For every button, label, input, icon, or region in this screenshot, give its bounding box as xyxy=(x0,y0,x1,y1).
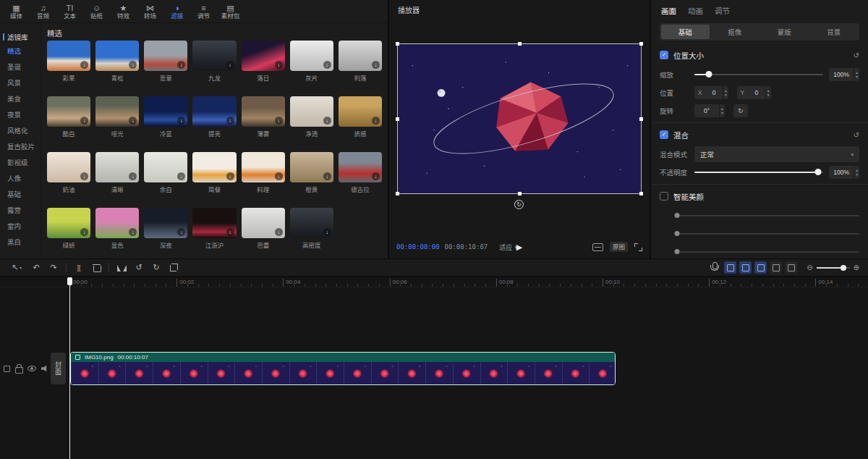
filter-item[interactable]: 奶油 xyxy=(47,152,90,193)
filter-item[interactable]: 橙黄 xyxy=(290,152,333,193)
filter-item[interactable]: 深夜 xyxy=(144,208,187,249)
opacity-slider[interactable] xyxy=(694,172,823,173)
download-icon[interactable] xyxy=(177,61,185,69)
video-clip[interactable]: IMG10.png 00:00:10:07 xyxy=(70,352,616,385)
filter-item[interactable]: 绿妍 xyxy=(47,208,90,249)
filter-thumbnail[interactable] xyxy=(47,41,90,71)
filter-item[interactable]: 余白 xyxy=(144,152,187,193)
scale-value[interactable]: 100% xyxy=(829,68,854,81)
filter-thumbnail[interactable] xyxy=(95,96,139,127)
filter-item[interactable]: 高密度 xyxy=(290,208,333,249)
auto-snap-toggle[interactable] xyxy=(739,261,752,274)
download-icon[interactable] xyxy=(275,117,283,125)
mute-track-icon[interactable] xyxy=(41,365,48,372)
properties-subtab[interactable]: 背景 xyxy=(810,25,859,39)
rotate-value[interactable]: 0° xyxy=(694,104,719,117)
filter-item[interactable]: 料理 xyxy=(242,152,285,193)
filter-item[interactable]: 简餐 xyxy=(192,152,236,193)
filter-item[interactable]: 薄雾 xyxy=(242,96,285,138)
filter-thumbnail[interactable] xyxy=(144,41,187,71)
reset-icon[interactable] xyxy=(854,51,859,59)
zoom-in-icon[interactable] xyxy=(854,264,859,271)
position-y-stepper[interactable] xyxy=(765,86,771,99)
filter-thumbnail[interactable] xyxy=(290,152,333,182)
filter-thumbnail[interactable] xyxy=(47,96,90,127)
select-tool-button[interactable] xyxy=(6,261,27,274)
filter-thumbnail[interactable] xyxy=(144,208,187,238)
download-icon[interactable] xyxy=(177,228,185,236)
position-size-checkbox[interactable] xyxy=(660,51,668,59)
filter-thumbnail[interactable] xyxy=(95,41,139,71)
filter-item[interactable]: 净透 xyxy=(290,96,333,138)
delete-button[interactable] xyxy=(88,261,105,274)
media-toolbar-tab[interactable]: ⋈ 转场 xyxy=(137,1,163,22)
scale-slider[interactable] xyxy=(694,74,823,75)
download-icon[interactable] xyxy=(226,228,234,236)
mirror-button[interactable] xyxy=(113,261,130,274)
download-icon[interactable] xyxy=(226,117,234,125)
cover-button[interactable]: 封面 xyxy=(51,353,66,384)
filter-thumbnail[interactable] xyxy=(290,96,333,127)
download-icon[interactable] xyxy=(323,228,331,236)
main-track-magnet-toggle[interactable] xyxy=(724,261,736,274)
filter-item[interactable]: 清晰 xyxy=(95,152,139,193)
properties-subtab[interactable]: 基础 xyxy=(661,25,710,39)
position-x-value[interactable]: 0 xyxy=(705,86,723,99)
opacity-value[interactable]: 100% xyxy=(829,166,854,179)
filter-category-item[interactable]: 影视级 xyxy=(0,155,41,171)
download-icon[interactable] xyxy=(323,61,331,69)
play-button[interactable] xyxy=(516,243,522,252)
beauty-slider[interactable] xyxy=(677,233,859,235)
linkage-toggle[interactable] xyxy=(754,261,767,274)
download-icon[interactable] xyxy=(372,61,380,69)
selection-handle[interactable] xyxy=(518,42,522,46)
opacity-stepper[interactable] xyxy=(854,166,859,179)
properties-subtab[interactable]: 蒙版 xyxy=(760,25,809,39)
global-zoom-toggle[interactable] xyxy=(785,261,797,274)
selection-handle[interactable] xyxy=(639,117,643,121)
filter-category-item[interactable]: 夜景 xyxy=(0,107,41,123)
download-icon[interactable] xyxy=(275,228,283,236)
selection-handle[interactable] xyxy=(518,192,522,195)
filter-item[interactable]: 九龙 xyxy=(192,41,236,82)
media-toolbar-tab[interactable]: ▤ 素材包 xyxy=(217,1,244,22)
filter-thumbnail[interactable] xyxy=(95,152,139,182)
media-toolbar-tab[interactable]: ★ 特效 xyxy=(110,1,137,22)
media-toolbar-tab[interactable]: ▦ 媒体 xyxy=(3,1,30,22)
beauty-checkbox[interactable] xyxy=(660,192,668,201)
filter-thumbnail[interactable] xyxy=(242,152,285,182)
download-icon[interactable] xyxy=(80,61,88,69)
timeline-zoom-slider[interactable] xyxy=(817,267,850,269)
download-icon[interactable] xyxy=(129,228,137,236)
filter-item[interactable]: 悲意 xyxy=(144,41,187,82)
position-y-field[interactable]: Y 0 xyxy=(737,86,771,99)
download-icon[interactable] xyxy=(372,117,380,125)
redo-button[interactable] xyxy=(45,261,62,274)
filter-item[interactable]: 利落 xyxy=(339,41,382,82)
scale-stepper[interactable] xyxy=(854,68,859,81)
filter-item[interactable]: 彩果 xyxy=(47,41,90,82)
filter-item[interactable]: 酷白 xyxy=(47,96,90,138)
download-icon[interactable] xyxy=(129,61,137,69)
download-icon[interactable] xyxy=(80,117,88,125)
filter-item[interactable]: 德古拉 xyxy=(339,152,382,193)
filter-thumbnail[interactable] xyxy=(95,208,139,238)
media-toolbar-tab[interactable]: ◑ 滤镜 xyxy=(163,1,190,22)
filter-thumbnail[interactable] xyxy=(290,208,333,238)
download-icon[interactable] xyxy=(80,172,88,180)
filter-category-item[interactable]: 圣诞 xyxy=(0,59,41,75)
filter-thumbnail[interactable] xyxy=(192,41,236,71)
filter-category-item[interactable]: 精选 xyxy=(0,43,41,59)
filter-thumbnail[interactable] xyxy=(339,41,382,71)
beauty-slider[interactable] xyxy=(677,251,859,253)
filter-item[interactable]: 芭蕾 xyxy=(242,208,285,249)
filter-category-item[interactable]: 复古胶片 xyxy=(0,139,41,155)
download-icon[interactable] xyxy=(129,172,137,180)
scope-icon[interactable] xyxy=(592,243,603,251)
download-icon[interactable] xyxy=(129,117,137,125)
filter-thumbnail[interactable] xyxy=(339,152,382,182)
filter-thumbnail[interactable] xyxy=(144,96,187,127)
filter-thumbnail[interactable] xyxy=(192,152,236,182)
filter-category-item[interactable]: 室内 xyxy=(0,219,41,235)
quality-button[interactable]: 原图 xyxy=(610,242,628,252)
